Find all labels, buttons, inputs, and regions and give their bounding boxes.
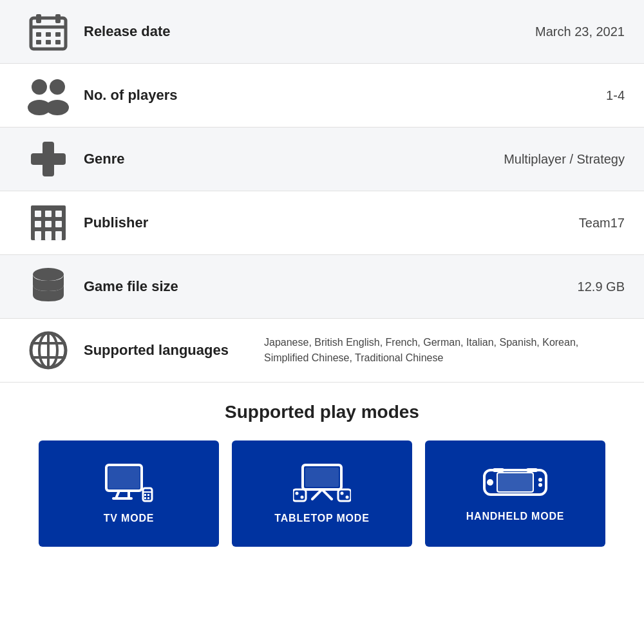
calendar-icon: [19, 12, 77, 52]
svg-rect-23: [35, 231, 41, 240]
languages-label: Supported languages: [77, 342, 264, 359]
play-mode-label-handheld: HANDHELD MODE: [466, 511, 565, 522]
svg-rect-47: [293, 489, 306, 501]
svg-rect-21: [45, 221, 52, 227]
play-modes-section: Supported play modes TV MODE TABLETOP MO…: [0, 383, 644, 560]
info-row-num-players: No. of players1-4: [0, 64, 644, 128]
svg-line-45: [312, 489, 322, 499]
building-icon: [19, 203, 77, 243]
tabletop-mode-icon: [293, 464, 351, 505]
svg-point-52: [346, 495, 349, 498]
svg-rect-59: [526, 468, 538, 472]
svg-point-12: [50, 79, 65, 95]
svg-rect-17: [35, 211, 41, 217]
svg-point-57: [538, 483, 542, 487]
svg-rect-58: [493, 468, 504, 472]
svg-rect-8: [46, 40, 51, 44]
svg-rect-22: [55, 221, 62, 227]
release-date-value: March 23, 2021: [431, 24, 625, 39]
svg-rect-33: [108, 467, 140, 489]
info-row-file-size: Game file size12.9 GB: [0, 255, 644, 319]
info-row-genre: GenreMultiplayer / Strategy: [0, 128, 644, 191]
num-players-label: No. of players: [77, 87, 431, 104]
play-mode-label-tv: TV MODE: [104, 513, 155, 524]
svg-rect-19: [55, 211, 62, 217]
genre-value: Multiplayer / Strategy: [431, 152, 625, 167]
genre-label: Genre: [77, 151, 431, 167]
svg-rect-18: [45, 211, 52, 217]
svg-rect-39: [144, 494, 146, 496]
play-mode-label-tabletop: TABLETOP MODE: [274, 513, 369, 524]
file-size-value: 12.9 GB: [431, 279, 625, 294]
publisher-label: Publisher: [77, 214, 431, 231]
svg-rect-20: [35, 221, 41, 227]
svg-point-51: [341, 491, 344, 495]
handheld-mode-icon: [483, 465, 547, 503]
svg-point-10: [32, 79, 47, 95]
svg-rect-6: [55, 32, 61, 37]
svg-point-49: [301, 495, 304, 498]
num-players-value: 1-4: [431, 88, 625, 103]
svg-rect-2: [55, 14, 61, 23]
svg-point-48: [296, 491, 299, 495]
svg-rect-15: [31, 153, 66, 165]
play-modes-cards: TV MODE TABLETOP MODE HANDHELD MODE: [19, 440, 625, 547]
globe-icon: [19, 330, 77, 370]
play-mode-card-handheld[interactable]: HANDHELD MODE: [425, 440, 605, 547]
tv-mode-icon: [103, 464, 155, 505]
database-icon: [19, 267, 77, 307]
svg-point-56: [538, 478, 542, 482]
players-icon: [19, 75, 77, 115]
release-date-label: Release date: [77, 23, 431, 40]
svg-rect-24: [45, 231, 52, 240]
play-modes-title: Supported play modes: [19, 402, 625, 422]
svg-rect-4: [36, 32, 41, 37]
file-size-label: Game file size: [77, 278, 431, 295]
svg-rect-42: [147, 497, 149, 499]
publisher-value: Team17: [431, 216, 625, 231]
svg-rect-7: [36, 40, 41, 44]
svg-rect-1: [36, 14, 41, 23]
svg-line-46: [322, 489, 332, 499]
svg-rect-50: [338, 489, 351, 501]
svg-rect-54: [497, 473, 533, 492]
info-row-release-date: Release dateMarch 23, 2021: [0, 0, 644, 64]
svg-rect-5: [46, 32, 51, 37]
play-mode-card-tabletop[interactable]: TABLETOP MODE: [232, 440, 412, 547]
play-mode-card-tv[interactable]: TV MODE: [39, 440, 219, 547]
svg-rect-44: [305, 468, 339, 487]
svg-rect-9: [55, 40, 61, 44]
svg-point-13: [46, 100, 69, 115]
gamepad-icon: [19, 139, 77, 179]
svg-rect-41: [144, 497, 146, 499]
svg-rect-25: [55, 231, 62, 240]
info-row-languages: Supported languagesJapanese, British Eng…: [0, 319, 644, 383]
info-row-publisher: PublisherTeam17: [0, 191, 644, 255]
languages-value: Japanese, British English, French, Germa…: [264, 335, 625, 366]
svg-point-26: [33, 268, 64, 281]
svg-point-55: [487, 479, 493, 486]
svg-rect-40: [147, 494, 149, 496]
